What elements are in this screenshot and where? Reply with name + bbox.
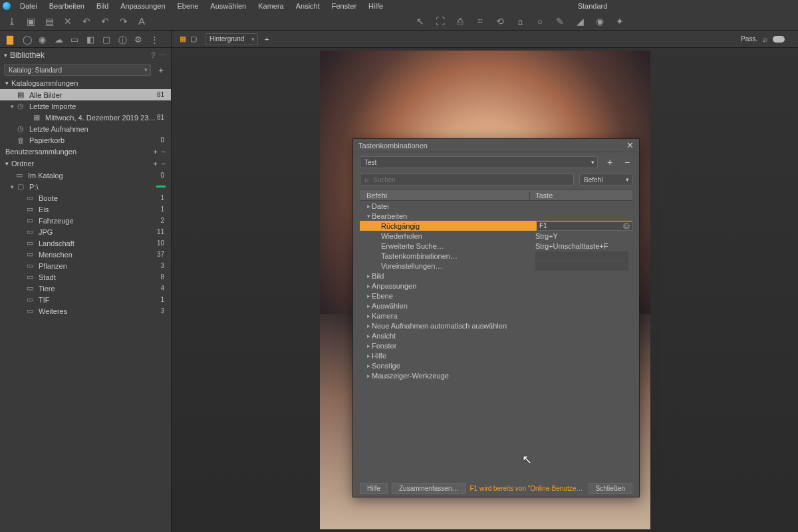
folder-row[interactable]: ▭Weiteres3 [0,305,171,317]
add-preset-icon[interactable]: + [604,157,615,168]
folder-row[interactable]: ▭JPG11 [0,226,171,237]
view-mode-toggle[interactable]: ▦ ▢ [178,35,198,44]
print-tool-icon[interactable]: ⎙ [455,16,466,27]
menu-hilfe[interactable]: Hilfe [363,1,388,11]
folder-row[interactable]: ▭ Im Katalog 0 [0,170,171,181]
summary-button[interactable]: Zusammenfassen… [392,483,466,494]
smart-icon[interactable]: ◧ [86,35,96,44]
shortcuts-tree[interactable]: ▸Datei▾BearbeitenRückgängigF1✕Wiederhole… [360,201,632,475]
undo2-icon[interactable]: ↶ [100,16,110,27]
menu-anpassungen[interactable]: Anpassungen [115,1,170,11]
annotation-icon[interactable]: A. [137,16,148,27]
catalog-row[interactable]: ▦Mittwoch, 4. Dezember 2019 23:20:5881 [0,112,171,123]
shortcut-group[interactable]: ▸Fenster [360,340,632,350]
shortcut-group[interactable]: ▸Neue Aufnahmen automatisch auswählen [360,321,632,331]
col-key[interactable]: Taste [530,192,627,200]
catalog-row[interactable]: ▤Alle Bilder81 [0,89,171,100]
catalog-row[interactable]: 🗑Papierkorb0 [0,134,171,146]
folder-row[interactable]: ▭Tiere4 [0,283,171,294]
heal-tool-icon[interactable]: ✦ [614,16,625,27]
menu-bild[interactable]: Bild [91,1,114,11]
remove-preset-icon[interactable]: − [622,157,632,168]
shortcut-group[interactable]: ▸Ebene [360,291,632,301]
shortcut-group[interactable]: ▸Ansicht [360,331,632,340]
cursor-tool-icon[interactable]: ↖ [415,16,426,27]
shortcut-group[interactable]: ▸Kamera [360,311,632,321]
search-input[interactable]: ⌕ [360,174,574,186]
info-icon[interactable]: ⓘ [118,35,128,44]
more-icon[interactable]: ⋮ [150,35,160,44]
menu-ebene[interactable]: Ebene [172,1,204,11]
folder-row[interactable]: ▭Stadt8 [0,271,171,283]
session-icon[interactable]: ◯ [23,35,32,44]
shortcut-key-input[interactable] [535,251,628,261]
dialog-titlebar[interactable]: Tastenkombinationen ✕ [353,139,639,152]
menu-bearbeiten[interactable]: Bearbeiten [44,1,90,11]
menu-kamera[interactable]: Kamera [253,1,289,11]
section-katalogsammlungen[interactable]: ▾ Katalogsammlungen [0,77,171,89]
library-panel-header[interactable]: ▾ Bibliothek ? ⋯ [0,48,171,63]
search-field[interactable] [373,176,569,184]
remove-icon[interactable]: − [162,148,166,156]
catalog-select[interactable]: Katalog: Standard [4,64,151,76]
menu-fenster[interactable]: Fenster [327,1,362,11]
folder-row[interactable]: ▭Eis1 [0,203,171,215]
undo-icon[interactable]: ↶ [81,16,92,27]
shortcut-row[interactable]: Erweiterte Suche…Strg+Umschalttaste+F [360,241,632,251]
folder-row[interactable]: ▭Landschaft10 [0,237,171,249]
shortcut-group[interactable]: ▸Anpassungen [360,281,632,291]
panel-menu-icon[interactable]: ⋯ [159,51,167,60]
col-command[interactable]: Befehl [360,192,530,200]
exposure-indicator-icon[interactable] [773,36,785,43]
album-icon[interactable]: ▭ [70,35,80,44]
section-benutzersammlungen[interactable]: Benutzersammlungen +− [0,146,171,158]
grid-view-icon[interactable]: ▦ [178,35,188,44]
add-icon[interactable]: + [153,160,157,168]
shortcut-group[interactable]: ▸Hilfe [360,350,632,360]
crop-tool-icon[interactable]: ⌗ [475,16,485,27]
rotate-tool-icon[interactable]: ⟲ [495,16,505,27]
add-catalog-icon[interactable]: + [155,65,167,75]
shortcut-row[interactable]: Voreinstellungen… [360,261,632,271]
workspace-selector[interactable]: Standard [573,1,613,11]
reject-icon[interactable]: ✕ [63,16,73,27]
shortcut-row[interactable]: Tastenkombinationen… [360,251,632,261]
radial-tool-icon[interactable]: ◉ [595,16,605,27]
shortcut-row[interactable]: RückgängigF1✕ [360,221,632,231]
preset-select[interactable]: Test [360,156,598,168]
search-scope-select[interactable]: Befehl [579,174,632,186]
catalog-row[interactable]: ◷Letzte Aufnahmen [0,123,171,134]
gradient-tool-icon[interactable]: ◢ [575,16,585,27]
add-icon[interactable]: + [153,148,157,156]
menu-ansicht[interactable]: Ansicht [291,1,325,11]
single-view-icon[interactable]: ▢ [189,35,198,44]
remove-icon[interactable]: − [162,160,166,168]
import-icon[interactable]: ⤓ [7,16,17,27]
shortcut-key-input[interactable] [535,261,628,271]
section-ordner[interactable]: ▾ Ordner +− [0,158,171,170]
shortcut-group[interactable]: ▸Mauszeiger-Werkzeuge [360,370,632,380]
shortcut-group[interactable]: ▸Auswählen [360,301,632,311]
keystone-tool-icon[interactable]: ⩍ [515,16,525,27]
folder-row[interactable]: ▭TIF1 [0,294,171,305]
cloud-icon[interactable]: ☁ [55,35,64,44]
drive-row[interactable]: ▾ ▢ P:\ [0,181,171,192]
spot-tool-icon[interactable]: ○ [535,16,545,27]
brush-tool-icon[interactable]: ✎ [555,16,565,27]
shortcut-group[interactable]: ▸Bild [360,271,632,281]
clipboard-icon[interactable]: ▢ [102,35,112,44]
layer-select[interactable]: Hintergrund [205,33,258,45]
menu-datei[interactable]: Datei [15,1,43,11]
shortcut-group[interactable]: ▸Datei [360,201,632,211]
zoom-icon[interactable]: ⌕ [763,35,767,44]
folder-row[interactable]: ▭Boote1 [0,192,171,203]
export-icon[interactable]: ▤ [44,16,55,27]
folder-row[interactable]: ▭Menschen37 [0,249,171,260]
gear-icon[interactable]: ⚙ [134,35,144,44]
folder-icon[interactable]: ▇ [7,35,16,44]
catalog-row[interactable]: ▾◷Letzte Importe [0,100,171,112]
capture-icon2[interactable]: ◉ [39,35,48,44]
close-button[interactable]: Schließen [589,483,632,494]
close-icon[interactable]: ✕ [626,140,634,150]
redo-icon[interactable]: ↷ [118,16,129,27]
